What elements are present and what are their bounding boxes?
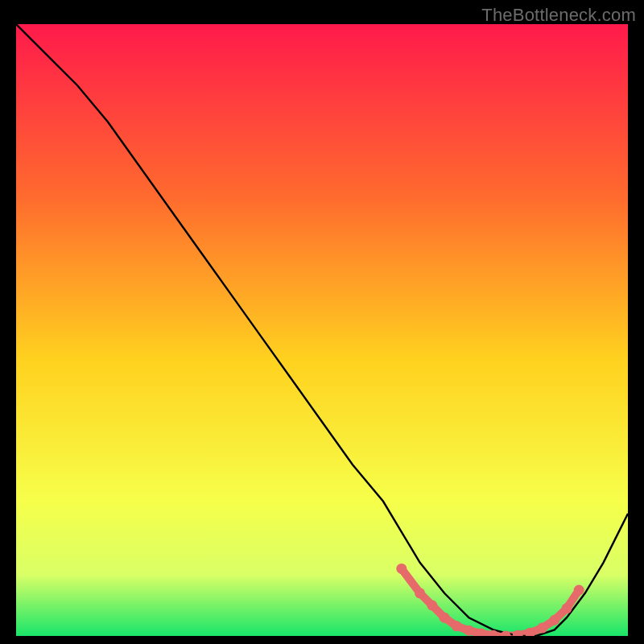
marker-dot xyxy=(537,623,547,634)
watermark-text: TheBottleneck.com xyxy=(481,5,636,26)
chart-frame: TheBottleneck.com xyxy=(0,0,644,644)
marker-dot xyxy=(549,615,559,625)
marker-dot xyxy=(396,564,407,574)
marker-dot xyxy=(562,603,572,613)
marker-dot xyxy=(452,621,462,631)
marker-dot xyxy=(440,613,450,623)
bottleneck-chart xyxy=(16,24,628,636)
marker-dot xyxy=(427,601,437,611)
marker-dot xyxy=(415,588,425,598)
gradient-field xyxy=(16,24,628,636)
marker-dot xyxy=(464,625,474,636)
marker-dot xyxy=(574,585,584,596)
